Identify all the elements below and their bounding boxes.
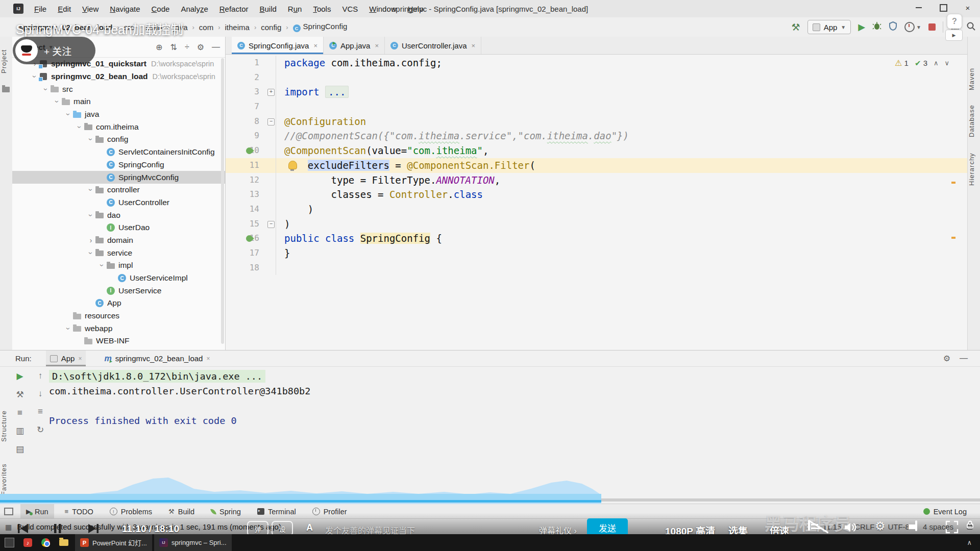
profiler-button[interactable]: ▼ (904, 22, 921, 32)
video-progress-remaining[interactable] (601, 498, 980, 502)
intention-bulb-icon[interactable] (288, 161, 297, 169)
code-line-9[interactable]: 9 //@ComponentScan({"com.itheima.service… (226, 129, 968, 143)
close-button[interactable]: × (955, 0, 980, 15)
menu-refactor[interactable]: Refactor (214, 5, 254, 13)
soft-wrap-icon[interactable]: ≡ (38, 407, 43, 417)
help-badge[interactable]: ? (947, 14, 962, 29)
minimize-button[interactable] (906, 0, 931, 15)
inspection-widget[interactable]: ⚠ 1 ✔ 3 ∧ ∨ (895, 58, 949, 68)
follow-button[interactable]: + 关注 (13, 37, 95, 64)
menu-navigate[interactable]: Navigate (104, 5, 145, 13)
run-console[interactable]: D:\soft\jdk1.8.0_172\bin\java.exe ...com… (49, 369, 970, 428)
taskbar-item-music[interactable]: ♪ (19, 534, 37, 551)
scrollbar-warning-mark[interactable] (951, 237, 955, 239)
code-line-14[interactable]: 14 ) (226, 202, 968, 217)
danmaku-style-icon[interactable]: A (306, 522, 313, 533)
tree-item-webapp[interactable]: › webapp (12, 322, 225, 335)
tree-chevron-icon[interactable]: › (98, 261, 106, 269)
tree-chevron-icon[interactable]: › (42, 85, 50, 93)
gear-icon[interactable]: ⚙ (197, 42, 204, 52)
close-tab-icon[interactable]: × (375, 42, 379, 49)
project-scrollbar[interactable] (221, 58, 224, 344)
editor-tab-SpringConfig.java[interactable]: C SpringConfig.java × (232, 37, 324, 54)
tree-item-domain[interactable]: › domain (12, 234, 225, 247)
code-line-13[interactable]: 13 classes = Controller.class (226, 187, 968, 202)
run-tab-springmvc_02_bean_load[interactable]: mspringmvc_02_bean_load × (100, 350, 214, 366)
coverage-button[interactable] (889, 21, 897, 33)
code-line-3[interactable]: 3 + import ... (226, 85, 968, 99)
stop-icon[interactable]: ■ (17, 408, 22, 418)
tool-stripe-database[interactable]: Database (968, 98, 980, 144)
menu-edit[interactable]: Edit (52, 5, 77, 13)
code-line-15[interactable]: 15 − ) (226, 217, 968, 232)
spring-bean-icon[interactable] (244, 146, 254, 155)
code-line-1[interactable]: 1 package com.itheima.config; (226, 56, 968, 70)
tree-chevron-icon[interactable]: › (31, 72, 39, 81)
code-line-10[interactable]: 10 @ComponentScan(value="com.itheima", (226, 143, 968, 158)
menu-window[interactable]: Window (363, 5, 402, 13)
taskbar-item-powerpoint[interactable]: PPowerPoint 幻灯... (75, 534, 152, 551)
menu-vcs[interactable]: VCS (336, 5, 363, 13)
player-settings-gear-icon[interactable]: ⚙ (875, 519, 886, 533)
collapse-all-icon[interactable]: ÷ (185, 42, 189, 52)
menu-run[interactable]: Run (282, 5, 308, 13)
taskbar-item-chrome[interactable] (37, 534, 55, 551)
player-lock-icon[interactable] (966, 520, 974, 531)
tool-stripe-project[interactable]: Project (0, 41, 12, 82)
taskbar-item-tile[interactable] (0, 534, 19, 551)
code-line-8[interactable]: 8 − @Configuration (226, 114, 968, 129)
tree-item-config[interactable]: › config (12, 133, 225, 146)
tree-item-java[interactable]: › java (12, 108, 225, 121)
run-configuration-select[interactable]: App ▼ (807, 20, 851, 34)
menu-view[interactable]: View (77, 5, 104, 13)
rerun-icon[interactable]: ▶ (16, 371, 23, 382)
code-line-16[interactable]: 16 public class SpringConfig { (226, 231, 968, 246)
tree-chevron-icon[interactable]: › (64, 110, 72, 118)
gear-icon[interactable]: ⚙ (943, 354, 950, 363)
menu-tools[interactable]: Tools (307, 5, 336, 13)
down-stack-icon[interactable]: ↓ (38, 389, 43, 399)
tree-chevron-icon[interactable]: › (87, 135, 95, 143)
breadcrumb-item[interactable]: itheima (224, 23, 251, 32)
debug-button[interactable] (872, 21, 881, 33)
volume-icon[interactable] (843, 521, 857, 536)
close-tab-icon[interactable]: × (78, 355, 82, 362)
tool-stripe-hierarchy[interactable]: Hierarchy (968, 146, 980, 192)
maximize-button[interactable] (931, 0, 955, 15)
tree-chevron-icon[interactable]: › (87, 211, 95, 219)
tree-chevron-icon[interactable]: › (87, 186, 95, 194)
breadcrumb-item[interactable]: com (198, 23, 215, 32)
code-line-7[interactable]: 7 (226, 99, 968, 114)
tree-item-WEB-INF[interactable]: WEB-INF (12, 335, 225, 347)
up-stack-icon[interactable]: ↑ (38, 371, 43, 381)
run-tab-App[interactable]: App × (46, 350, 86, 366)
expand-all-icon[interactable]: ⇅ (170, 42, 177, 52)
dump-icon[interactable]: ▥ (16, 425, 24, 436)
menu-help[interactable]: Help (402, 5, 429, 13)
tree-item-com.itheima[interactable]: › com.itheima (12, 120, 225, 133)
hide-panel-icon[interactable]: — (960, 354, 968, 363)
menu-analyze[interactable]: Analyze (175, 5, 213, 13)
breadcrumb-item[interactable]: CSpringConfig (291, 22, 349, 33)
close-tab-icon[interactable]: × (313, 42, 317, 49)
search-everywhere-icon[interactable] (966, 21, 976, 33)
video-progress-bar[interactable] (0, 494, 601, 503)
spring-bean-icon[interactable] (244, 234, 254, 243)
stop-button[interactable] (928, 23, 936, 31)
tree-item-App[interactable]: C App (12, 297, 225, 310)
code-line-17[interactable]: 17 } (226, 246, 968, 261)
uploader-avatar[interactable] (15, 39, 38, 62)
tree-item-UserController[interactable]: C UserController (12, 196, 225, 209)
print-icon[interactable]: ▤ (16, 444, 24, 455)
code-line-2[interactable]: 2 (226, 70, 968, 85)
tree-item-controller[interactable]: › controller (12, 184, 225, 196)
menu-file[interactable]: File (29, 5, 52, 13)
theater-mode-icon[interactable] (915, 520, 917, 531)
tree-chevron-icon[interactable]: › (53, 97, 61, 106)
editor-tab-UserController.java[interactable]: C UserController.java × (385, 37, 481, 54)
taskbar-item-explorer[interactable] (55, 534, 73, 551)
tree-item-resources[interactable]: resources (12, 310, 225, 322)
close-tab-icon[interactable]: × (206, 355, 210, 362)
tree-item-SpringConfig[interactable]: C SpringConfig (12, 159, 225, 171)
code-line-11[interactable]: 11 excludeFilters = @ComponentScan.Filte… (226, 158, 968, 173)
